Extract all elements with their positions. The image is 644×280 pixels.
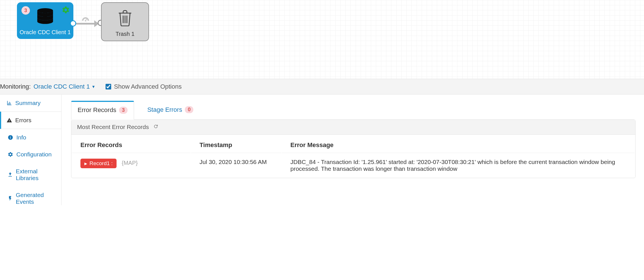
error-tabs: Error Records 3 Stage Errors 0 <box>71 101 644 120</box>
panel-header: Most Recent Error Records <box>71 120 635 135</box>
sidebar-item-info[interactable]: Info <box>0 129 61 146</box>
bolt-icon <box>7 196 13 201</box>
svg-point-1 <box>85 20 86 21</box>
record-map-label: {MAP} <box>122 160 138 166</box>
sidebar-item-external-libraries[interactable]: External Libraries <box>0 163 61 187</box>
record-message: JDBC_84 - Transaction Id: '1.25.961' sta… <box>282 154 635 177</box>
show-advanced-checkbox-label[interactable]: Show Advanced Options <box>106 83 182 90</box>
error-records-panel: Most Recent Error Records Error Records … <box>71 119 636 178</box>
destination-node-label: Trash 1 <box>115 31 134 37</box>
monitoring-sidebar: Summary Errors Info Configuration Extern… <box>0 95 62 205</box>
svg-point-0 <box>37 8 53 13</box>
throughput-gauge-icon <box>81 16 90 24</box>
database-icon <box>35 8 55 26</box>
sidebar-item-configuration[interactable]: Configuration <box>0 146 61 163</box>
tab-error-records[interactable]: Error Records 3 <box>71 101 134 120</box>
trash-icon <box>117 9 133 27</box>
cog-icon <box>7 152 14 157</box>
content-pane: Error Records 3 Stage Errors 0 Most Rece… <box>62 95 644 205</box>
error-records-count: 3 <box>119 107 128 114</box>
origin-error-badge: 3 <box>21 6 30 15</box>
gear-icon[interactable] <box>62 6 70 15</box>
col-timestamp: Timestamp <box>191 135 281 153</box>
upload-icon <box>7 172 13 178</box>
error-records-table: Error Records Timestamp Error Message ▶ … <box>71 135 635 178</box>
monitoring-stage-dropdown[interactable]: Oracle CDC Client 1 ▼ <box>34 83 95 90</box>
monitoring-bar: Monitoring: Oracle CDC Client 1 ▼ Show A… <box>0 79 644 95</box>
record-expand-button[interactable]: ▶ Record1 : <box>80 159 117 168</box>
bar-chart-icon <box>6 100 12 106</box>
panel-title: Most Recent Error Records <box>77 124 149 130</box>
origin-node-label: Oracle CDC Client 1 <box>19 29 71 36</box>
monitoring-title: Monitoring: <box>0 83 31 90</box>
stage-errors-count: 0 <box>185 106 193 113</box>
pipeline-canvas[interactable]: 3 Oracle CDC Client 1 Trash 1 <box>0 0 644 79</box>
sidebar-item-errors[interactable]: Errors <box>0 111 61 129</box>
table-row: ▶ Record1 : {MAP} Jul 30, 2020 10:30:56 … <box>72 154 635 177</box>
col-error-message: Error Message <box>282 135 635 153</box>
tab-stage-errors[interactable]: Stage Errors 0 <box>141 101 200 120</box>
warning-icon <box>6 117 12 123</box>
origin-node[interactable]: 3 Oracle CDC Client 1 <box>17 2 73 39</box>
svg-rect-4 <box>10 137 11 139</box>
sidebar-item-summary[interactable]: Summary <box>0 95 61 111</box>
show-advanced-checkbox[interactable] <box>106 84 111 89</box>
sidebar-item-generated-events[interactable]: Generated Events <box>0 187 61 205</box>
output-port[interactable] <box>70 20 76 27</box>
caret-down-icon: ▼ <box>91 84 95 89</box>
col-error-records: Error Records <box>72 135 190 153</box>
play-triangle-icon: ▶ <box>84 161 87 166</box>
record-timestamp: Jul 30, 2020 10:30:56 AM <box>191 154 281 177</box>
refresh-icon[interactable] <box>153 124 158 130</box>
destination-node[interactable]: Trash 1 <box>101 2 149 41</box>
info-icon <box>7 135 14 140</box>
svg-rect-5 <box>10 136 11 137</box>
